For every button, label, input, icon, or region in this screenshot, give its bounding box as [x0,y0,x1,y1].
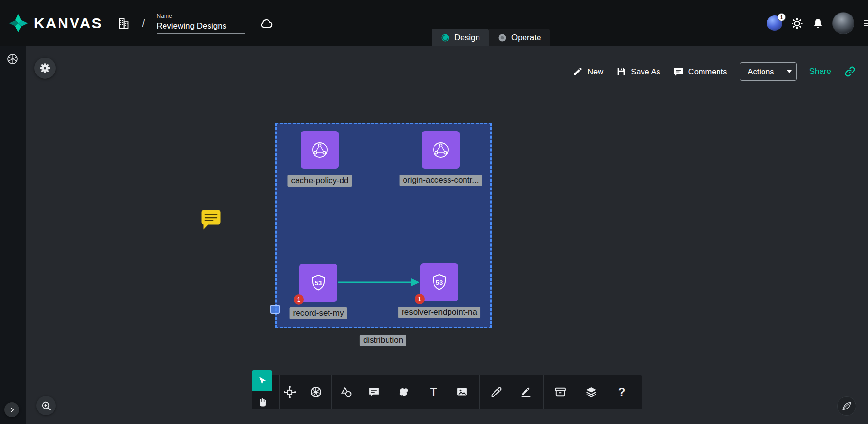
canvas-toolbar: New Save As Comments Actions Share [572,62,856,81]
tab-design-label: Design [454,33,480,43]
sidebar-expand-chevron[interactable] [4,402,19,417]
app-header: KANVAS / Name [0,0,868,46]
save-icon [616,66,627,77]
kanvas-logo-icon [8,13,29,34]
edge-arrow[interactable] [336,275,424,290]
feedback-quill-button[interactable] [837,396,856,416]
caret-down-icon [787,70,792,73]
dock-divider [279,375,280,409]
save-as-button[interactable]: Save As [616,66,660,77]
provider-icon[interactable]: 1 [767,15,782,31]
cursor-arrow-icon [256,375,268,387]
components-tool[interactable] [283,385,297,399]
network-globe-icon [429,138,452,161]
settings-gear-icon[interactable] [791,17,804,30]
notifications-bell-icon[interactable] [812,17,824,29]
design-name-label: Name [157,13,245,19]
node-origin-access[interactable] [422,131,460,169]
text-tool[interactable]: T [426,385,441,399]
archive-drawer-icon [554,385,567,399]
brand-name: KANVAS [34,15,103,31]
kubernetes-wheel-icon [309,385,323,399]
group-label-distribution[interactable]: distribution [360,335,406,346]
new-button-label: New [587,67,603,76]
doodle-tool[interactable] [397,385,411,399]
tab-design[interactable]: Design [432,29,489,46]
design-tab-icon [440,33,450,43]
user-avatar[interactable] [832,12,854,34]
pencil-icon [572,66,583,77]
network-globe-icon [308,138,331,161]
group-resize-handle[interactable] [270,305,280,314]
hamburger-menu-icon[interactable] [863,18,868,28]
sketch-pencil-icon [490,385,503,399]
shapes-tool[interactable] [339,385,354,399]
node-label-cache-policy[interactable]: cache-policy-dd [287,175,352,187]
comments-button[interactable]: Comments [673,66,727,77]
canvas-menu-fab[interactable] [34,58,56,79]
dock-divider [543,375,544,409]
cloud-sync-icon[interactable] [259,16,274,30]
text-tool-glyph: T [430,386,437,398]
layers-icon [584,385,598,399]
help-glyph: ? [618,386,626,398]
left-sidebar [0,46,26,424]
dock-divider [479,375,480,409]
annotate-tool[interactable] [519,385,533,399]
organization-icon[interactable] [117,17,130,30]
components-icon [283,385,297,399]
help-tool[interactable]: ? [614,385,629,399]
comment-tool-icon [367,385,381,399]
design-canvas[interactable]: New Save As Comments Actions Share [26,46,868,424]
actions-dropdown-caret[interactable] [782,63,796,80]
svg-text:53: 53 [315,279,322,287]
comments-button-label: Comments [688,67,727,76]
select-tool[interactable] [252,370,272,391]
mode-tabs: Design Operate [432,29,550,46]
meshery-logo-icon[interactable] [6,52,19,66]
comment-bubble-icon [200,209,222,231]
copy-link-icon[interactable] [844,65,856,78]
quill-feather-icon [841,400,853,412]
actions-button[interactable]: Actions [740,62,797,81]
node-count-badge[interactable]: 1 [294,294,304,305]
node-cache-policy[interactable] [301,131,339,169]
comment-tool[interactable] [367,385,381,399]
kubernetes-tool[interactable] [309,385,323,399]
sketch-tool[interactable] [489,385,504,399]
share-button[interactable]: Share [809,67,831,76]
svg-text:53: 53 [436,279,443,286]
node-resolver-endpoint[interactable]: 53 [420,263,458,301]
new-button[interactable]: New [572,66,603,77]
flower-icon [39,62,51,74]
chevron-right-icon [8,406,16,414]
save-as-button-label: Save As [631,67,660,76]
comment-icon [673,66,684,77]
tool-dock: T [252,375,642,409]
design-name-input[interactable] [157,20,245,34]
canvas-comment-marker[interactable] [200,209,222,233]
breadcrumb-separator: / [142,17,145,29]
node-label-record-set[interactable]: record-set-my [290,307,347,319]
route53-shield-icon: 53 [307,271,330,294]
image-tool[interactable] [455,385,469,399]
node-count-badge[interactable]: 1 [415,294,425,304]
operate-tab-icon [497,33,507,43]
image-icon [455,385,469,399]
hand-icon [256,396,269,409]
annotate-pen-icon [519,385,533,399]
import-tool[interactable] [553,385,568,399]
tab-operate-label: Operate [511,33,541,43]
route53-shield-icon: 53 [428,271,451,294]
blob-shapes-icon [397,385,411,399]
kanvas-logo[interactable]: KANVAS [8,13,103,34]
layers-tool[interactable] [584,385,599,399]
node-label-resolver-endpoint[interactable]: resolver-endpoint-na [398,307,480,318]
design-name-field: Name [157,13,245,34]
actions-button-label: Actions [740,63,782,80]
tab-operate[interactable]: Operate [489,29,550,46]
node-record-set[interactable]: 53 [299,264,337,302]
node-label-origin-access[interactable]: origin-access-contr... [400,175,482,186]
zoom-in-button[interactable] [36,396,56,415]
pan-hand-tool[interactable] [255,395,270,410]
